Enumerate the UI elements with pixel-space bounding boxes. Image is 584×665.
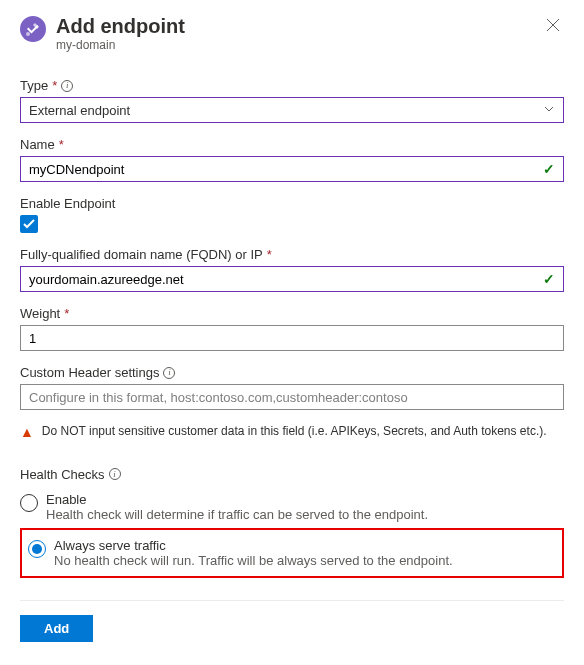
fqdn-label: Fully-qualified domain name (FQDN) or IP (20, 247, 263, 262)
radio-subtitle: No health check will run. Traffic will b… (54, 553, 453, 568)
highlighted-selection: Always serve traffic No health check wil… (20, 528, 564, 578)
panel-title: Add endpoint (56, 14, 542, 38)
custom-header-input-wrap (20, 384, 564, 410)
weight-label: Weight (20, 306, 60, 321)
info-icon[interactable]: i (109, 468, 121, 480)
fqdn-input-wrap: ✓ (20, 266, 564, 292)
health-checks-field: Health Checks i Enable Health check will… (20, 467, 564, 578)
name-label: Name (20, 137, 55, 152)
warning-message: ▲ Do NOT input sensitive customer data i… (20, 424, 564, 441)
type-value: External endpoint (29, 103, 130, 118)
type-label: Type (20, 78, 48, 93)
weight-field: Weight * (20, 306, 564, 351)
add-button[interactable]: Add (20, 615, 93, 642)
type-dropdown[interactable]: External endpoint (20, 97, 564, 123)
radio-subtitle: Health check will determine if traffic c… (46, 507, 428, 522)
panel-subtitle: my-domain (56, 38, 542, 52)
fqdn-input[interactable] (29, 267, 543, 291)
svg-point-0 (26, 32, 30, 36)
enable-field: Enable Endpoint (20, 196, 564, 233)
required-asterisk: * (64, 306, 69, 321)
custom-header-label: Custom Header settings (20, 365, 159, 380)
required-asterisk: * (267, 247, 272, 262)
custom-header-field: Custom Header settings i (20, 365, 564, 410)
panel-footer: Add (20, 600, 564, 642)
health-option-enable[interactable]: Enable Health check will determine if tr… (20, 488, 564, 526)
name-input-wrap: ✓ (20, 156, 564, 182)
enable-label: Enable Endpoint (20, 196, 115, 211)
warning-icon: ▲ (20, 424, 34, 441)
weight-input-wrap (20, 325, 564, 351)
name-field: Name * ✓ (20, 137, 564, 182)
weight-input[interactable] (29, 326, 555, 350)
enable-checkbox[interactable] (20, 215, 38, 233)
radio-icon (28, 540, 46, 558)
info-icon[interactable]: i (61, 80, 73, 92)
radio-title: Enable (46, 492, 428, 507)
custom-header-input[interactable] (29, 385, 555, 409)
close-icon[interactable] (542, 14, 564, 39)
valid-check-icon: ✓ (543, 161, 555, 177)
chevron-down-icon (543, 103, 555, 118)
type-field: Type * i External endpoint (20, 78, 564, 123)
health-option-always[interactable]: Always serve traffic No health check wil… (28, 534, 556, 572)
required-asterisk: * (52, 78, 57, 93)
panel-header: Add endpoint my-domain (20, 14, 564, 52)
required-asterisk: * (59, 137, 64, 152)
valid-check-icon: ✓ (543, 271, 555, 287)
fqdn-field: Fully-qualified domain name (FQDN) or IP… (20, 247, 564, 292)
warning-text: Do NOT input sensitive customer data in … (42, 424, 547, 438)
info-icon[interactable]: i (163, 367, 175, 379)
name-input[interactable] (29, 157, 543, 181)
endpoint-icon (20, 16, 46, 42)
health-checks-label: Health Checks (20, 467, 105, 482)
radio-title: Always serve traffic (54, 538, 453, 553)
radio-icon (20, 494, 38, 512)
